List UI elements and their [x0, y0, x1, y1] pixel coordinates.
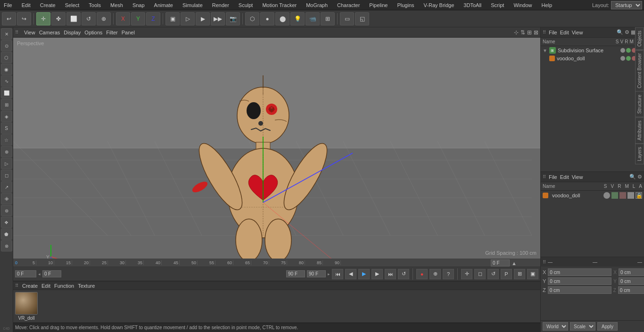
- current-frame-input[interactable]: [15, 270, 36, 277]
- transport-last[interactable]: ⏭: [385, 269, 396, 279]
- coord-z-pos[interactable]: [548, 286, 611, 294]
- menu-select[interactable]: Select: [63, 2, 82, 8]
- menu-animate[interactable]: Animate: [152, 2, 175, 8]
- transport-prev[interactable]: ◀: [345, 269, 356, 279]
- move-tool-button[interactable]: ✤: [51, 12, 66, 25]
- transport-move[interactable]: ✛: [461, 269, 472, 279]
- obj-bottom-vis-3[interactable]: [619, 192, 626, 199]
- undo-button[interactable]: ↩: [2, 12, 16, 25]
- menu-render[interactable]: Render: [210, 2, 231, 8]
- left-tool-5[interactable]: ⬜: [1, 87, 12, 98]
- transport-all[interactable]: ⊞: [514, 269, 525, 279]
- frame-end-input[interactable]: [491, 259, 510, 267]
- obj-search-icon[interactable]: 🔍: [617, 29, 623, 35]
- obj-bottom-vis-5[interactable]: 🔒: [636, 192, 642, 199]
- obj-menu-file[interactable]: File: [549, 30, 557, 35]
- obj-menu-view[interactable]: View: [572, 30, 583, 35]
- menu-pipeline[interactable]: Pipeline: [367, 2, 389, 8]
- viewport-menu-view[interactable]: View: [24, 30, 35, 35]
- menu-vray[interactable]: V-Ray Bridge: [422, 2, 456, 8]
- bg-button[interactable]: ◱: [355, 12, 369, 25]
- end-frame-input[interactable]: [286, 270, 305, 277]
- light-button[interactable]: 💡: [290, 12, 305, 25]
- obj-menu-edit[interactable]: Edit: [560, 30, 569, 35]
- render-button[interactable]: ▷: [181, 12, 195, 25]
- left-tool-18[interactable]: ⊗: [1, 240, 12, 251]
- redo-button[interactable]: ↪: [17, 12, 31, 25]
- transport-first[interactable]: ⏮: [332, 269, 343, 279]
- render-all-button[interactable]: ▶▶: [211, 12, 225, 25]
- viewport-menu-panel[interactable]: Panel: [122, 30, 135, 35]
- left-tool-12[interactable]: ◻: [1, 170, 12, 181]
- vtab-layers[interactable]: Layers: [635, 144, 644, 164]
- viewport-icon-4[interactable]: ⊠: [534, 29, 538, 36]
- left-tool-14[interactable]: ✙: [1, 193, 12, 204]
- timeline-ruler[interactable]: 0 5 10 15 20 25 30 35 40 45 50 55 60 65 …: [13, 259, 540, 267]
- left-tool-4[interactable]: ∿: [1, 75, 12, 87]
- viewport-icon-2[interactable]: ⇅: [520, 29, 525, 36]
- menu-mesh[interactable]: Mesh: [108, 2, 125, 8]
- transport-play[interactable]: ▶: [358, 269, 370, 279]
- menu-plugins[interactable]: Plugins: [395, 2, 416, 8]
- coord-x-pos[interactable]: [548, 268, 611, 276]
- floor-button[interactable]: ▭: [340, 12, 354, 25]
- obj-bottom-vis-4[interactable]: [627, 192, 634, 199]
- world-select[interactable]: World: [543, 322, 568, 331]
- menu-character[interactable]: Character: [335, 2, 362, 8]
- transport-next[interactable]: ▶: [372, 269, 383, 279]
- left-tool-0[interactable]: ✕: [1, 28, 12, 40]
- camera-button[interactable]: 📹: [305, 12, 320, 25]
- cylinder-button[interactable]: ⬤: [275, 12, 289, 25]
- menu-file[interactable]: File: [2, 2, 14, 8]
- material-menu-texture[interactable]: Texture: [78, 283, 95, 289]
- left-tool-16[interactable]: ❖: [1, 217, 12, 228]
- viewport-menu-display[interactable]: Display: [64, 30, 81, 35]
- left-tool-17[interactable]: ⬟: [1, 228, 12, 240]
- left-tool-9[interactable]: ☆: [1, 134, 12, 146]
- obj-vis-dot-v2[interactable]: [626, 56, 631, 61]
- obj-bottom-vis-1[interactable]: [603, 192, 610, 199]
- menu-motiontracker[interactable]: Motion Tracker: [260, 2, 298, 8]
- coord-y-size[interactable]: [619, 277, 644, 285]
- transport-loop[interactable]: ↺: [398, 269, 409, 279]
- menu-snap[interactable]: Snap: [131, 2, 147, 8]
- left-tool-15[interactable]: ⊛: [1, 205, 12, 216]
- obj-item-subdivision[interactable]: ▼ ⊞ Subdivision Surface: [541, 46, 644, 55]
- menu-simulate[interactable]: Simulate: [181, 2, 205, 8]
- sphere-button[interactable]: ●: [260, 12, 274, 25]
- obj-vis-dot-2[interactable]: [626, 48, 631, 53]
- menu-window[interactable]: Window: [512, 2, 534, 8]
- left-tool-2[interactable]: ⬡: [1, 52, 12, 63]
- obj-bottom-gear-icon[interactable]: ⚙: [637, 174, 642, 180]
- menu-script[interactable]: Script: [489, 2, 506, 8]
- transport-param[interactable]: P: [501, 269, 512, 279]
- obj-vis-dot-v1[interactable]: [620, 56, 625, 61]
- transport-view[interactable]: ▣: [527, 269, 538, 279]
- left-tool-13[interactable]: ↗: [1, 181, 12, 193]
- obj-vis-dot-1[interactable]: [620, 48, 625, 53]
- transport-auto[interactable]: ⊕: [429, 269, 441, 279]
- frame-end-icon[interactable]: ▲: [512, 260, 517, 266]
- obj-bottom-vis-2[interactable]: [611, 192, 618, 199]
- x-axis-button[interactable]: X: [116, 12, 130, 25]
- menu-3dtoall[interactable]: 3DToAll: [462, 2, 483, 8]
- material-menu-create[interactable]: Create: [22, 283, 38, 289]
- scale-select[interactable]: Scale: [570, 322, 595, 331]
- apply-button[interactable]: Apply: [597, 322, 618, 331]
- coord-x-size[interactable]: [619, 268, 644, 276]
- menu-help[interactable]: Help: [540, 2, 554, 8]
- render-view-button[interactable]: ▶: [196, 12, 210, 25]
- viewport-render-button[interactable]: ▣: [165, 12, 180, 25]
- left-tool-6[interactable]: ⊞: [1, 99, 12, 110]
- viewport-menu-cameras[interactable]: Cameras: [39, 30, 60, 35]
- material-menu-edit[interactable]: Edit: [41, 283, 50, 289]
- picture-viewer-button[interactable]: 📷: [226, 12, 240, 25]
- transport-scale[interactable]: ↺: [487, 269, 499, 279]
- vtab-objects[interactable]: Objects: [635, 27, 644, 50]
- rotate-tool-button[interactable]: ↺: [82, 12, 96, 25]
- transform-tool-button[interactable]: ⊕: [97, 12, 111, 25]
- menu-sculpt[interactable]: Sculpt: [237, 2, 255, 8]
- material-thumbnail-0[interactable]: [15, 292, 38, 315]
- menu-create[interactable]: Create: [38, 2, 58, 8]
- vtab-content-browser[interactable]: Content Browser: [635, 50, 644, 91]
